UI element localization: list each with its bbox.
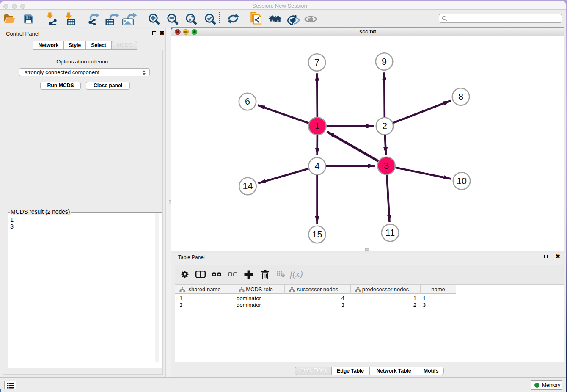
svg-text:10: 10 xyxy=(457,176,467,186)
svg-text:1: 1 xyxy=(315,121,320,131)
svg-text:11: 11 xyxy=(385,228,395,238)
svg-text:15: 15 xyxy=(312,229,322,240)
svg-text:3: 3 xyxy=(384,161,389,171)
svg-text:2: 2 xyxy=(382,121,387,131)
svg-text:8: 8 xyxy=(458,92,463,102)
svg-text:9: 9 xyxy=(382,57,387,67)
svg-text:6: 6 xyxy=(245,97,250,107)
svg-text:7: 7 xyxy=(314,58,319,68)
svg-text:14: 14 xyxy=(243,181,253,191)
svg-text:4: 4 xyxy=(315,161,320,171)
